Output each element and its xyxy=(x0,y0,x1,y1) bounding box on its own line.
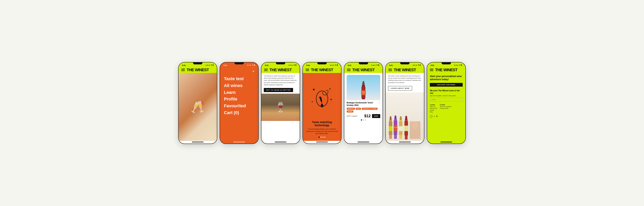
status-icons-1: ▲▲▲ ⊙ ▮ xyxy=(205,64,213,66)
home-indicator-1 xyxy=(192,142,204,142)
notch-5 xyxy=(359,62,368,64)
email-input[interactable] xyxy=(430,98,463,101)
signal-icon-6: ▲▲▲ xyxy=(412,64,417,66)
status-bar-3: 9:41 ▲▲▲ ⊙ ▮ xyxy=(262,62,300,67)
home-indicator-6 xyxy=(399,142,411,142)
footer-about[interactable]: About us xyxy=(430,106,437,107)
hamburger-7[interactable] xyxy=(430,69,433,71)
close-row: × xyxy=(224,69,254,74)
home-indicator-3 xyxy=(275,142,286,142)
status-bar-2: 9:41 ▲▲▲ ⊙ ▮ xyxy=(220,62,258,67)
phone3-content: The Winest is made from passion and love… xyxy=(262,73,300,141)
product-image-area: INICIO INICIO INICIO xyxy=(346,75,380,100)
favourite-button[interactable]: ♡ xyxy=(378,101,380,105)
discover-wines-button[interactable]: DISCOVER YOUR WINES xyxy=(430,83,463,87)
svg-text:INICIO: INICIO xyxy=(362,93,364,94)
battery-icon-4: ▮ xyxy=(337,64,338,66)
tag-mencia: MENCÍA xyxy=(346,108,355,110)
taste-heading: Taste matching technology xyxy=(306,121,338,127)
about-photo: 🍷 xyxy=(262,94,300,121)
svg-rect-28 xyxy=(400,116,402,118)
phone4-content: ✦ ✦ ✦ ✦ Taste matching technology Our te… xyxy=(303,73,341,141)
time-7: 9:41 xyxy=(431,64,434,66)
svg-rect-22 xyxy=(394,125,398,131)
status-icons-4: ▲▲▲ ⊙ ▮ xyxy=(330,64,338,66)
phone-2-menu: 9:41 ▲▲▲ ⊙ ▮ × Taste test All wines Lear… xyxy=(220,62,259,144)
menu-item-taste-test[interactable]: Taste test xyxy=(224,76,254,82)
product-name-area: Bodegas Gordonzello 'Inicio' Verdejo 202… xyxy=(346,101,378,107)
footer-faq[interactable]: Help & FAQ xyxy=(430,108,437,109)
learn-text-area: We want to stop making well wine-drinkin… xyxy=(386,73,424,92)
pour-heading: We pour The Winest news in the city xyxy=(430,89,463,94)
about-text-area: The Winest is made from passion and love… xyxy=(262,73,300,94)
tiktok-icon[interactable]: ♪ xyxy=(434,115,435,118)
cta-area-3: GET TO KNOW US BETTER xyxy=(264,88,298,92)
phone3-header: THE WINEST xyxy=(262,67,300,73)
wine-bottle-emoji: 🍷 xyxy=(274,102,287,113)
menu-item-favourited[interactable]: Favourited xyxy=(224,103,254,109)
status-bar-4: 9:41 ▲▲▲ ⊙ ▮ xyxy=(303,62,341,67)
svg-rect-33 xyxy=(406,116,407,118)
hamburger-3[interactable] xyxy=(264,69,268,71)
footer-terms[interactable]: Terms & Conditions xyxy=(440,106,452,107)
svg-text:INICIO: INICIO xyxy=(362,94,364,95)
hamburger-menu-1[interactable] xyxy=(181,69,185,71)
phone6-header: THE WINEST xyxy=(386,67,424,73)
taste-text-area: Taste matching technology Our technology… xyxy=(306,121,338,135)
svg-rect-8 xyxy=(363,81,364,83)
wine-svg-area: ✦ ✦ ✦ ✦ xyxy=(306,75,338,121)
menu-item-profile[interactable]: Profile xyxy=(224,96,254,102)
svg-text:O: O xyxy=(395,128,396,129)
signal-icon-3: ▲▲▲ xyxy=(288,64,293,66)
product-name: Bodegas Gordonzello 'Inicio' Verdejo 202… xyxy=(346,101,378,107)
svg-rect-17 xyxy=(389,126,392,131)
footer-columns: LEARN About us Help & FAQ Guides Blog OT… xyxy=(430,104,463,113)
menu-item-all-wines[interactable]: All wines xyxy=(224,83,254,89)
phones-container: 9:41 ▲▲▲ ⊙ ▮ THE WINEST 9:41 ▲▲▲ ⊙ xyxy=(178,62,466,144)
footer-blog[interactable]: Blog xyxy=(430,111,437,113)
status-bar-7: 9:41 ▲▲▲ ⊙ ▮ xyxy=(427,62,466,67)
close-button[interactable]: × xyxy=(252,69,254,74)
instagram-icon[interactable]: ◯ xyxy=(430,115,432,118)
wifi-icon-2: ⊙ xyxy=(252,64,254,66)
hamburger-4[interactable] xyxy=(306,69,309,71)
phone6-content: We want to stop making well wine-drinkin… xyxy=(386,73,424,141)
product-price: $12 xyxy=(364,114,371,118)
notch-4 xyxy=(317,62,327,64)
hands-photo xyxy=(178,73,217,141)
logo-3: THE WINEST xyxy=(270,68,292,72)
phone5-header: THE WINEST xyxy=(344,67,382,73)
twitter-icon[interactable]: ✕ xyxy=(436,115,438,118)
wifi-icon-6: ⊙ xyxy=(418,64,419,66)
price-match-row: 92% match $12 ADD xyxy=(346,114,380,118)
status-bar-1: 9:41 ▲▲▲ ⊙ ▮ xyxy=(178,62,217,67)
signal-icon-4: ▲▲▲ xyxy=(330,64,334,66)
menu-item-learn[interactable]: Learn xyxy=(224,90,254,96)
hamburger-5[interactable] xyxy=(347,69,350,71)
svg-rect-29 xyxy=(399,126,403,131)
menu-item-cart[interactable]: Cart (0) xyxy=(224,110,254,116)
tag-red: RED xyxy=(356,108,361,110)
newsletter-heading: Start your personalized wine adventure t… xyxy=(430,75,463,81)
footer-guides[interactable]: Guides xyxy=(430,109,437,111)
dots-5 xyxy=(346,119,380,121)
learn-about-wine-button[interactable]: LEARN ABOUT WINE xyxy=(388,86,412,90)
phone-6-learn: 9:41 ▲▲▲ ⊙ ▮ THE WINEST We want to stop … xyxy=(385,62,424,144)
get-to-know-button[interactable]: GET TO KNOW US BETTER xyxy=(264,88,293,92)
notch-2 xyxy=(234,62,244,64)
signal-icon: ▲▲▲ xyxy=(205,64,210,66)
add-to-cart-button[interactable]: ADD xyxy=(372,114,380,118)
home-indicator-4 xyxy=(316,142,328,142)
hamburger-6[interactable] xyxy=(388,69,392,71)
learn-description: We want to stop making well wine-drinkin… xyxy=(388,75,422,84)
about-description: The Winest is made from passion and love… xyxy=(264,75,298,86)
phone-1-home: 9:41 ▲▲▲ ⊙ ▮ THE WINEST xyxy=(178,62,217,144)
product-bottle-svg: INICIO INICIO INICIO xyxy=(358,77,369,100)
wifi-icon-3: ⊙ xyxy=(294,64,295,66)
dot-4 xyxy=(324,137,326,138)
logo-5: THE WINEST xyxy=(352,68,374,72)
footer-privacy[interactable]: Privacy Policy xyxy=(440,108,452,109)
tag-castilla: CASTILLA Y LEÓN xyxy=(362,108,378,110)
phone7-content: Start your personalized wine adventure t… xyxy=(427,73,466,141)
social-icons-row: ◯ ♪ ✕ xyxy=(430,115,463,118)
